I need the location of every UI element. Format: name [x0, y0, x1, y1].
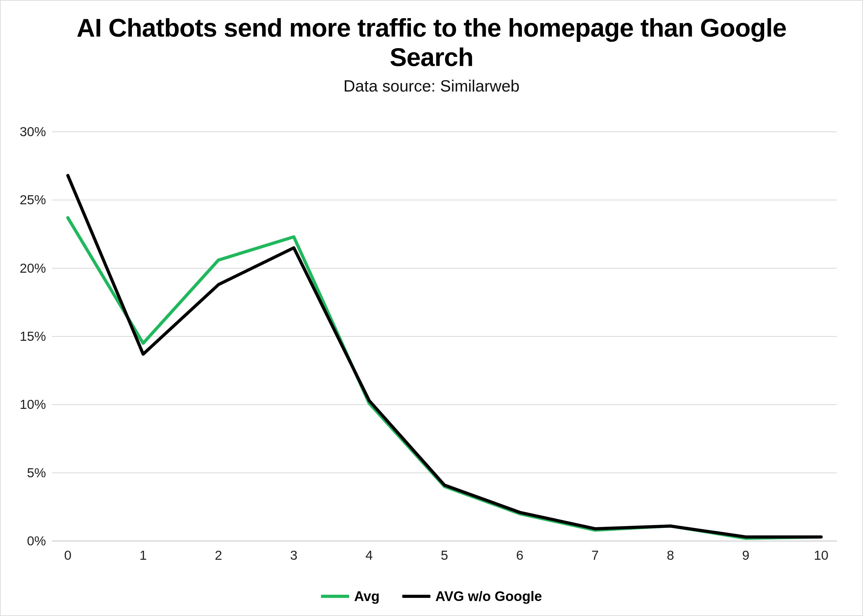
- plot-area: 0%5%10%15%20%25%30%012345678910: [52, 132, 837, 541]
- legend-swatch-avg-no-google: [402, 595, 430, 598]
- x-tick-label: 10: [814, 548, 828, 563]
- x-tick-label: 0: [64, 548, 71, 563]
- x-tick-label: 8: [667, 548, 674, 563]
- chart-subtitle: Data source: Similarweb: [1, 77, 862, 95]
- plot-svg: [52, 132, 837, 541]
- series-line-avg-no-google: [68, 176, 821, 537]
- y-tick-label: 15%: [20, 329, 46, 344]
- chart-title: AI Chatbots send more traffic to the hom…: [57, 13, 807, 72]
- x-tick-label: 4: [365, 548, 373, 563]
- x-tick-label: 9: [742, 548, 749, 563]
- y-tick-label: 0%: [27, 534, 46, 548]
- x-tick-label: 3: [290, 548, 297, 563]
- legend-label-avg: Avg: [354, 589, 380, 604]
- legend-item-avg: Avg: [321, 589, 380, 604]
- y-tick-label: 5%: [27, 465, 46, 481]
- x-tick-label: 1: [139, 548, 146, 563]
- x-tick-label: 6: [516, 548, 523, 563]
- x-tick-label: 2: [215, 548, 222, 563]
- legend-label-avg-no-google: AVG w/o Google: [435, 589, 542, 604]
- legend-swatch-avg: [321, 595, 349, 598]
- y-tick-label: 30%: [20, 124, 46, 139]
- y-tick-label: 10%: [20, 397, 46, 412]
- x-tick-label: 7: [591, 548, 598, 563]
- y-tick-label: 25%: [20, 192, 46, 207]
- chart-header: AI Chatbots send more traffic to the hom…: [1, 1, 862, 95]
- legend: Avg AVG w/o Google: [1, 585, 862, 604]
- y-tick-label: 20%: [20, 261, 46, 276]
- legend-item-avg-no-google: AVG w/o Google: [402, 589, 542, 604]
- series-line-avg: [68, 218, 821, 538]
- chart-frame: AI Chatbots send more traffic to the hom…: [0, 0, 863, 616]
- x-tick-label: 5: [441, 548, 448, 563]
